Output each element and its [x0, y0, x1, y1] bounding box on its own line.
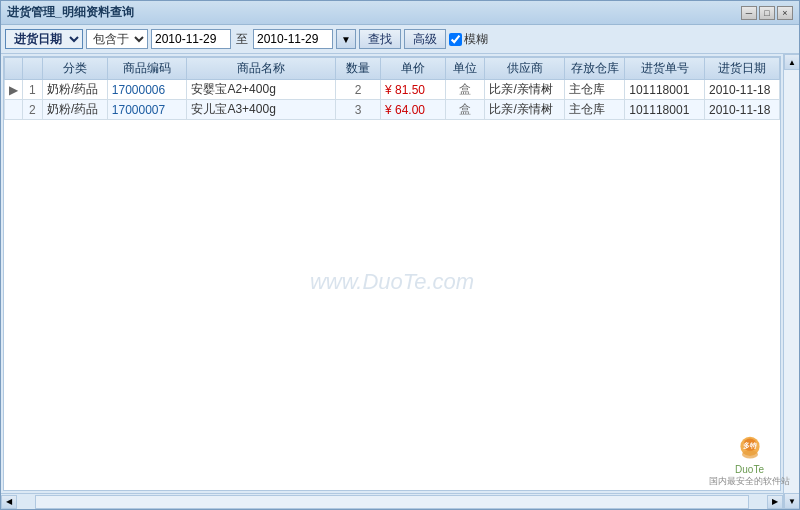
- minimize-button[interactable]: ─: [741, 6, 757, 20]
- title-bar: 进货管理_明细资料查询 ─ □ ×: [1, 1, 799, 25]
- td-expand: [5, 100, 23, 120]
- table-wrapper: www.DuoTe.com 分类 商品编码 商品名称 数量 单价 单位: [1, 54, 783, 509]
- maximize-button[interactable]: □: [759, 6, 775, 20]
- window-controls: ─ □ ×: [741, 6, 793, 20]
- th-expand: [5, 58, 23, 80]
- td-order-no: 101118001: [625, 100, 705, 120]
- th-date[interactable]: 进货日期: [705, 58, 780, 80]
- td-price: ¥ 64.00: [380, 100, 445, 120]
- toolbar: 进货日期 包含于 等于 大于 小于 至 ▼ 查找 高级 模糊: [1, 25, 799, 54]
- th-price[interactable]: 单价: [380, 58, 445, 80]
- h-scrollbar-track[interactable]: [35, 495, 749, 509]
- th-name[interactable]: 商品名称: [187, 58, 336, 80]
- td-warehouse: 主仓库: [565, 80, 625, 100]
- date-from-input[interactable]: [151, 29, 231, 49]
- fuzzy-label: 模糊: [464, 31, 488, 48]
- logo-site-text: DuoTe: [735, 464, 764, 475]
- th-code[interactable]: 商品编码: [107, 58, 187, 80]
- scroll-up-button[interactable]: ▲: [784, 54, 799, 70]
- table-body: ▶1奶粉/药品17000006安婴宝A2+400g2¥ 81.50盒比亲/亲情树…: [5, 80, 780, 120]
- td-date: 2010-11-18: [705, 100, 780, 120]
- fuzzy-checkbox[interactable]: [449, 33, 462, 46]
- filter-field-dropdown[interactable]: 进货日期: [5, 29, 83, 49]
- main-window: 进货管理_明细资料查询 ─ □ × 进货日期 包含于 等于 大于 小于 至 ▼ …: [0, 0, 800, 510]
- td-name: 安婴宝A2+400g: [187, 80, 336, 100]
- th-category[interactable]: 分类: [42, 58, 107, 80]
- td-order-no: 101118001: [625, 80, 705, 100]
- td-unit: 盒: [445, 80, 485, 100]
- fuzzy-checkbox-area: 模糊: [449, 31, 488, 48]
- data-table-container[interactable]: 分类 商品编码 商品名称 数量 单价 单位 供应商 存放仓库 进货单号 进货日期: [3, 56, 781, 491]
- scroll-down-button[interactable]: ▼: [784, 493, 799, 509]
- data-table: 分类 商品编码 商品名称 数量 单价 单位 供应商 存放仓库 进货单号 进货日期: [4, 57, 780, 120]
- td-code: 17000007: [107, 100, 187, 120]
- logo-slogan: 国内最安全的软件站: [709, 475, 790, 488]
- th-order-no[interactable]: 进货单号: [625, 58, 705, 80]
- filter-condition-dropdown[interactable]: 包含于 等于 大于 小于: [86, 29, 148, 49]
- td-date: 2010-11-18: [705, 80, 780, 100]
- window-title: 进货管理_明细资料查询: [7, 4, 134, 21]
- td-quantity: 3: [336, 100, 381, 120]
- td-name: 安儿宝A3+400g: [187, 100, 336, 120]
- td-unit: 盒: [445, 100, 485, 120]
- td-supplier: 比亲/亲情树: [485, 80, 565, 100]
- td-warehouse: 主仓库: [565, 100, 625, 120]
- th-quantity[interactable]: 数量: [336, 58, 381, 80]
- table-row[interactable]: ▶1奶粉/药品17000006安婴宝A2+400g2¥ 81.50盒比亲/亲情树…: [5, 80, 780, 100]
- date-picker-button[interactable]: ▼: [336, 29, 356, 49]
- svg-point-2: [742, 450, 758, 458]
- th-warehouse[interactable]: 存放仓库: [565, 58, 625, 80]
- td-index: 1: [23, 80, 43, 100]
- scroll-left-button[interactable]: ◀: [1, 495, 17, 509]
- scroll-right-button[interactable]: ▶: [767, 495, 783, 509]
- search-button[interactable]: 查找: [359, 29, 401, 49]
- advanced-button[interactable]: 高级: [404, 29, 446, 49]
- logo-area: 多特 DuoTe 国内最安全的软件站: [709, 432, 790, 488]
- date-to-input[interactable]: [253, 29, 333, 49]
- th-unit[interactable]: 单位: [445, 58, 485, 80]
- td-code: 17000006: [107, 80, 187, 100]
- td-supplier: 比亲/亲情树: [485, 100, 565, 120]
- logo-icon: 多特: [734, 432, 766, 464]
- horizontal-scrollbar: ◀ ▶: [1, 493, 783, 509]
- v-scrollbar-track[interactable]: [784, 70, 799, 493]
- td-price: ¥ 81.50: [380, 80, 445, 100]
- th-supplier[interactable]: 供应商: [485, 58, 565, 80]
- td-category: 奶粉/药品: [42, 100, 107, 120]
- td-index: 2: [23, 100, 43, 120]
- table-row[interactable]: 2奶粉/药品17000007安儿宝A3+400g3¥ 64.00盒比亲/亲情树主…: [5, 100, 780, 120]
- td-quantity: 2: [336, 80, 381, 100]
- td-category: 奶粉/药品: [42, 80, 107, 100]
- svg-text:多特: 多特: [743, 441, 758, 450]
- td-expand: ▶: [5, 80, 23, 100]
- th-index: [23, 58, 43, 80]
- table-header-row: 分类 商品编码 商品名称 数量 单价 单位 供应商 存放仓库 进货单号 进货日期: [5, 58, 780, 80]
- date-separator: 至: [236, 31, 248, 48]
- main-content: www.DuoTe.com 分类 商品编码 商品名称 数量 单价 单位: [1, 54, 799, 509]
- close-button[interactable]: ×: [777, 6, 793, 20]
